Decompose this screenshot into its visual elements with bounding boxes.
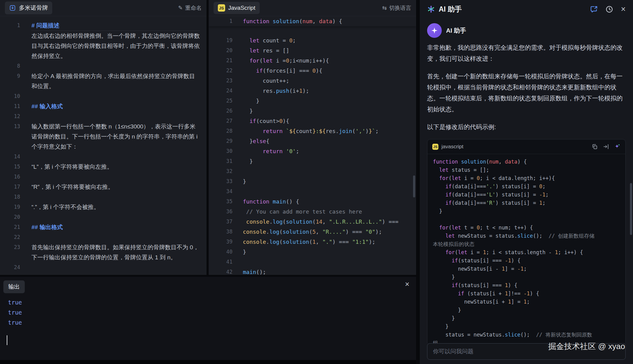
code-text: console.log(solution(14, ".L.R...LR..L..… [243, 217, 416, 227]
code-line: 29 }else{ [209, 136, 416, 146]
ai-conversation[interactable]: AI 助手 非常抱歉，我的思路没有完全满足您的需求。对于模拟每秒骨牌状态的改变，… [420, 18, 633, 343]
output-line: true [8, 308, 416, 318]
history-icon[interactable] [605, 5, 613, 13]
line-number: 39 [209, 237, 232, 247]
problem-text: # 问题描述 [31, 20, 200, 31]
code-text: function main() { [243, 196, 416, 207]
editor-lines: 19 let count = 0;20 let res = []21 for(l… [209, 26, 416, 275]
ai-code-line [433, 215, 620, 224]
problem-text [31, 91, 200, 101]
code-line: 41 [209, 257, 416, 267]
code-line: 24 res.push(i+1); [209, 86, 416, 96]
line-number: 41 [209, 257, 232, 267]
text-cursor [7, 335, 7, 345]
line-number: 13 [0, 121, 20, 132]
output-close-button[interactable]: × [405, 280, 409, 288]
ai-code-line: status = newStatus.slice(); // 将新状态复制回原数 [433, 331, 620, 339]
line-number: 24 [209, 86, 232, 96]
magic-sparkle-icon[interactable] [614, 143, 620, 150]
output-line: true [8, 297, 416, 308]
switch-language-label: 切换语言 [389, 4, 411, 12]
ai-code-content: function solution(num, data) { let statu… [427, 154, 625, 343]
problem-line: 12 [0, 111, 207, 121]
line-number: 21 [209, 56, 232, 66]
problem-icon [9, 5, 16, 11]
problem-content[interactable]: 1# 问题描述左边或右边的相邻骨牌推倒。当一个骨牌，其左边倒向它的骨牌数目与其右… [0, 16, 207, 275]
problem-text [31, 152, 200, 162]
copy-icon[interactable] [591, 143, 598, 150]
ai-code-line: } [433, 314, 620, 323]
new-chat-button[interactable] [590, 5, 598, 13]
ai-assistant-panel: AI 助手 × AI 助手 非常抱歉，我的思路没有完全满足您的需求。对于模拟每秒… [420, 0, 633, 364]
problem-line: 13输入数据第一行包括一个整数 n（1≤n≤3000），表示这一行多米诺骨牌的数… [0, 121, 207, 152]
code-line: 19 let count = 0; [209, 35, 416, 45]
code-line: 20 let res = [] [209, 45, 416, 56]
code-line: 28 return `${count}:${res.join(',')}`; [209, 126, 416, 136]
ai-question-input[interactable] [427, 343, 626, 360]
ai-code-line: } [433, 273, 620, 281]
ai-close-button[interactable]: × [621, 5, 626, 13]
problem-line: 16 [0, 172, 207, 182]
language-chip: JS JavaScript [214, 2, 260, 14]
code-editor[interactable]: 1function solution(num, data) { 19 let c… [209, 16, 416, 275]
ai-code-line: if(data[i]==='L') status[i] = -1; [433, 191, 620, 199]
ai-code-lang-label: javascript [441, 144, 463, 150]
insert-code-icon[interactable] [603, 143, 609, 150]
line-number: 1 [0, 20, 20, 31]
javascript-icon: JS [432, 144, 438, 150]
code-text: main(); [243, 267, 416, 275]
problem-line: 22 [0, 232, 207, 242]
ai-title-row: AI 助手 [427, 5, 462, 14]
line-number: 12 [0, 111, 20, 121]
problem-line: 15“L”，第 i 个字符将要被向左推。 [0, 162, 207, 172]
code-line: 22 if(forces[i] === 0){ [209, 66, 416, 76]
line-number: 20 [0, 212, 20, 222]
ai-assistant-name: AI 助手 [446, 27, 466, 35]
ai-code-line: for(let i = 0; i < data.length; i++){ [433, 174, 620, 182]
line-number: 35 [209, 196, 232, 207]
workspace: 多米诺骨牌 ✎ 重命名 1# 问题描述左边或右边的相邻骨牌推倒。当一个骨牌，其左… [0, 0, 416, 364]
code-text: } [243, 106, 416, 116]
ai-code-line: } [433, 323, 620, 331]
code-line: 31 } [209, 156, 416, 166]
panels-row: 多米诺骨牌 ✎ 重命名 1# 问题描述左边或右边的相邻骨牌推倒。当一个骨牌，其左… [0, 0, 416, 275]
code-line: 33} [209, 176, 416, 186]
code-text [243, 186, 416, 196]
line-number: 19 [0, 202, 20, 212]
output-panel: 输出 × truetruetrue [0, 277, 416, 364]
code-line: 38console.log(solution(5, "R....") === "… [209, 227, 416, 237]
code-text: // You can add more test cases here [243, 207, 416, 217]
ai-paragraph: 非常抱歉，我的思路没有完全满足您的需求。对于模拟每秒骨牌状态的改变，我们可以这样… [427, 42, 626, 64]
problem-text [31, 61, 200, 71]
ai-scrollbar[interactable] [630, 183, 632, 235]
ai-paragraph: 首先，创建一个新的数组来存储每一轮模拟后的骨牌状态。然后，在每一轮模拟中，根据当… [427, 71, 626, 115]
code-text: let count = 0; [243, 35, 416, 45]
ai-code-line: if(data[i]==='.') status[i] = 0; [433, 182, 620, 191]
problem-line: 20 [0, 212, 207, 222]
problem-line: 21## 输出格式 [0, 222, 207, 232]
output-line: true [8, 318, 416, 328]
ai-input-row [420, 343, 633, 364]
code-line: 26 } [209, 106, 416, 116]
ai-code-line: function solution(num, data) { [433, 158, 620, 166]
line-number: 23 [0, 242, 20, 252]
code-line: 30 return '0'; [209, 146, 416, 156]
problem-line: 23首先输出保持竖立的骨牌数目。如果保持竖立的骨牌数目不为 0，下一行输出保持竖… [0, 242, 207, 262]
code-line: 27 if(count>0){ [209, 116, 416, 126]
line-number: 40 [209, 247, 232, 257]
ai-code-line: if(status[i] === 1) { [433, 281, 620, 290]
code-text: if(count>0){ [243, 116, 416, 126]
switch-language-button[interactable]: ⇆ 切换语言 [382, 4, 411, 12]
ai-code-header: JS javascript [427, 139, 625, 154]
code-text: }else{ [243, 136, 416, 146]
problem-line: 17“R”，第 i 个字符将要被向右推。 [0, 182, 207, 192]
rename-label: 重命名 [185, 4, 202, 12]
ai-code-line: 本轮模拟后的状态 [433, 240, 620, 248]
line-number: 22 [0, 232, 20, 242]
code-text: if(forces[i] === 0){ [243, 66, 416, 76]
editor-scrollbar[interactable] [413, 175, 415, 197]
line-number: 11 [0, 101, 20, 111]
ai-code-line: for(let i = 1; i < status.length - 1; i+… [433, 248, 620, 257]
ai-code-line: if(data[i]==='R') status[i] = 1; [433, 199, 620, 207]
rename-button[interactable]: ✎ 重命名 [178, 4, 202, 12]
